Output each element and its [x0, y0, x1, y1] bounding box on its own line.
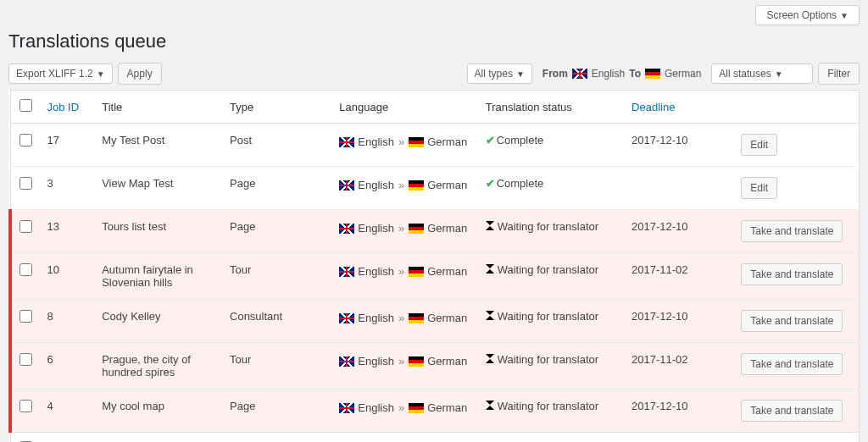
export-format-select[interactable]: Export XLIFF 1.2 ▼	[8, 64, 113, 84]
status-filter-label: All statuses	[719, 68, 771, 80]
header-title: Title	[95, 91, 223, 124]
cell-action: Take and translate	[734, 300, 859, 343]
header-job-id[interactable]: Job ID	[41, 91, 96, 124]
de-flag-icon	[409, 137, 424, 147]
header-actions	[734, 91, 859, 124]
cell-type: Post	[223, 124, 332, 167]
chevron-down-icon: ▼	[516, 69, 525, 79]
lang-source: English	[358, 263, 394, 280]
row-select-checkbox[interactable]	[19, 400, 32, 412]
cell-deadline: 2017-12-10	[625, 300, 734, 343]
row-select-checkbox[interactable]	[19, 177, 32, 190]
cell-title: My Test Post	[95, 124, 223, 167]
header-deadline[interactable]: Deadline	[625, 91, 734, 124]
edit-button[interactable]: Edit	[741, 177, 777, 199]
cell-status: Waiting for translator	[479, 210, 625, 253]
cell-language: English» German	[332, 124, 478, 167]
de-flag-icon	[645, 69, 660, 79]
footer-deadline[interactable]: Deadline	[625, 433, 734, 443]
take-translate-button[interactable]: Take and translate	[741, 263, 843, 285]
cell-job-id: 13	[41, 210, 96, 253]
hourglass-icon	[486, 221, 495, 230]
cell-language: English» German	[332, 167, 478, 210]
cell-deadline	[625, 167, 734, 210]
uk-flag-icon	[572, 69, 587, 79]
lang-target: German	[427, 177, 467, 194]
header-status: Translation status	[479, 91, 625, 124]
cell-title: Tours list test	[95, 210, 223, 253]
hourglass-icon	[486, 354, 495, 363]
cell-type: Page	[223, 210, 332, 253]
status-text: Waiting for translator	[498, 400, 598, 412]
apply-button[interactable]: Apply	[118, 63, 162, 85]
select-all-checkbox[interactable]	[19, 99, 32, 112]
cell-language: English» German	[332, 390, 478, 433]
lang-target: German	[427, 220, 467, 237]
cell-deadline: 2017-11-02	[625, 343, 734, 390]
cell-type: Tour	[223, 343, 332, 390]
to-label: To	[629, 68, 641, 80]
cell-action: Take and translate	[734, 210, 859, 253]
arrow-icon: »	[398, 263, 404, 280]
export-format-label: Export XLIFF 1.2	[16, 68, 93, 80]
chevron-down-icon: ▼	[97, 69, 105, 79]
filter-button[interactable]: Filter	[818, 63, 860, 85]
status-filter-select[interactable]: All statuses ▼	[711, 64, 813, 84]
row-select-checkbox[interactable]	[19, 220, 32, 233]
cell-action: Take and translate	[734, 343, 859, 390]
header-language: Language	[332, 91, 478, 124]
uk-flag-icon	[339, 313, 354, 323]
cell-title: Autumn fairytale in Slovenian hills	[95, 253, 223, 300]
de-flag-icon	[409, 180, 424, 191]
table-row: 17My Test PostPost English» German✔Compl…	[10, 124, 860, 167]
cell-deadline: 2017-11-02	[625, 253, 734, 300]
uk-flag-icon	[339, 137, 354, 147]
cell-language: English» German	[332, 210, 478, 253]
cell-deadline: 2017-12-10	[625, 390, 734, 433]
take-translate-button[interactable]: Take and translate	[741, 353, 843, 375]
cell-type: Page	[223, 167, 332, 210]
footer-job-id[interactable]: Job ID	[41, 433, 96, 443]
de-flag-icon	[409, 403, 424, 413]
row-select-checkbox[interactable]	[19, 353, 32, 366]
screen-options-toggle[interactable]: Screen Options ▼	[755, 5, 860, 25]
types-filter-select[interactable]: All types ▼	[467, 64, 532, 84]
table-row: 4My cool mapPage English» GermanWaiting …	[10, 390, 860, 433]
check-icon: ✔	[486, 177, 495, 190]
lang-source: English	[358, 134, 394, 151]
lang-source: English	[358, 177, 394, 194]
cell-title: Cody Kelley	[95, 300, 223, 343]
cell-status: Waiting for translator	[479, 343, 625, 390]
status-text: Waiting for translator	[498, 353, 598, 366]
lang-source: English	[358, 220, 394, 237]
lang-source: English	[358, 353, 394, 370]
cell-job-id: 8	[41, 300, 96, 343]
edit-button[interactable]: Edit	[741, 134, 777, 156]
lang-source: English	[358, 310, 394, 327]
from-label: From	[542, 68, 568, 80]
uk-flag-icon	[339, 224, 354, 234]
cell-status: ✔Complete	[479, 167, 625, 210]
cell-title: My cool map	[95, 390, 223, 433]
row-select-checkbox[interactable]	[19, 310, 32, 323]
footer-actions	[734, 433, 859, 443]
cell-status: Waiting for translator	[479, 300, 625, 343]
cell-title: Prague, the city of hundred spires	[95, 343, 223, 390]
cell-type: Tour	[223, 253, 332, 300]
cell-job-id: 10	[41, 253, 96, 300]
table-row: 10Autumn fairytale in Slovenian hillsTou…	[10, 253, 860, 300]
lang-target: German	[427, 310, 467, 327]
take-translate-button[interactable]: Take and translate	[741, 310, 843, 332]
cell-type: Consultant	[223, 300, 332, 343]
arrow-icon: »	[398, 134, 404, 151]
table-row: 8Cody KelleyConsultant English» GermanWa…	[10, 300, 860, 343]
lang-target: German	[427, 263, 467, 280]
de-flag-icon	[409, 356, 424, 367]
page-title: Translations queue	[8, 30, 860, 52]
take-translate-button[interactable]: Take and translate	[741, 400, 843, 422]
row-select-checkbox[interactable]	[19, 263, 32, 276]
status-text: Complete	[497, 177, 544, 190]
row-select-checkbox[interactable]	[19, 134, 32, 146]
take-translate-button[interactable]: Take and translate	[741, 220, 843, 242]
types-filter-label: All types	[475, 68, 513, 80]
